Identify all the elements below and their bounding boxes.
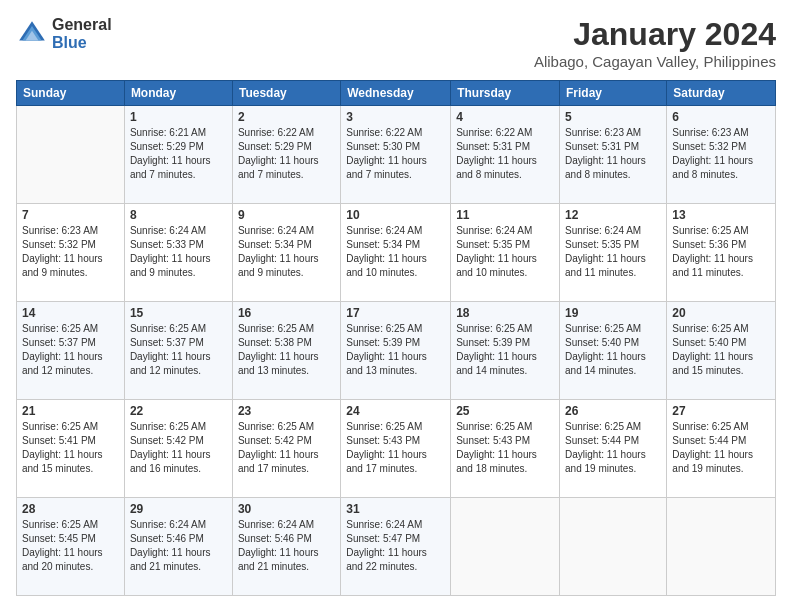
day-number: 20: [672, 306, 770, 320]
week-row-2: 14Sunrise: 6:25 AMSunset: 5:37 PMDayligh…: [17, 302, 776, 400]
header-tuesday: Tuesday: [232, 81, 340, 106]
day-info: Sunrise: 6:24 AMSunset: 5:35 PMDaylight:…: [456, 224, 554, 280]
calendar-cell: [560, 498, 667, 596]
header-sunday: Sunday: [17, 81, 125, 106]
calendar-cell: 28Sunrise: 6:25 AMSunset: 5:45 PMDayligh…: [17, 498, 125, 596]
day-info: Sunrise: 6:25 AMSunset: 5:37 PMDaylight:…: [22, 322, 119, 378]
day-info: Sunrise: 6:25 AMSunset: 5:43 PMDaylight:…: [456, 420, 554, 476]
day-number: 23: [238, 404, 335, 418]
calendar-cell: 7Sunrise: 6:23 AMSunset: 5:32 PMDaylight…: [17, 204, 125, 302]
header-wednesday: Wednesday: [341, 81, 451, 106]
calendar-cell: [17, 106, 125, 204]
calendar-cell: 20Sunrise: 6:25 AMSunset: 5:40 PMDayligh…: [667, 302, 776, 400]
day-number: 18: [456, 306, 554, 320]
day-number: 24: [346, 404, 445, 418]
day-info: Sunrise: 6:22 AMSunset: 5:29 PMDaylight:…: [238, 126, 335, 182]
calendar-cell: 26Sunrise: 6:25 AMSunset: 5:44 PMDayligh…: [560, 400, 667, 498]
day-info: Sunrise: 6:24 AMSunset: 5:47 PMDaylight:…: [346, 518, 445, 574]
day-number: 6: [672, 110, 770, 124]
page: General Blue January 2024 Alibago, Cagay…: [0, 0, 792, 612]
calendar-cell: 18Sunrise: 6:25 AMSunset: 5:39 PMDayligh…: [451, 302, 560, 400]
day-info: Sunrise: 6:25 AMSunset: 5:42 PMDaylight:…: [130, 420, 227, 476]
calendar-cell: 9Sunrise: 6:24 AMSunset: 5:34 PMDaylight…: [232, 204, 340, 302]
day-number: 14: [22, 306, 119, 320]
day-number: 28: [22, 502, 119, 516]
logo-icon: [16, 18, 48, 50]
day-info: Sunrise: 6:25 AMSunset: 5:43 PMDaylight:…: [346, 420, 445, 476]
day-info: Sunrise: 6:25 AMSunset: 5:40 PMDaylight:…: [565, 322, 661, 378]
calendar-cell: 10Sunrise: 6:24 AMSunset: 5:34 PMDayligh…: [341, 204, 451, 302]
calendar-cell: 30Sunrise: 6:24 AMSunset: 5:46 PMDayligh…: [232, 498, 340, 596]
title-block: January 2024 Alibago, Cagayan Valley, Ph…: [534, 16, 776, 70]
header-friday: Friday: [560, 81, 667, 106]
calendar-cell: 27Sunrise: 6:25 AMSunset: 5:44 PMDayligh…: [667, 400, 776, 498]
calendar-cell: 6Sunrise: 6:23 AMSunset: 5:32 PMDaylight…: [667, 106, 776, 204]
day-info: Sunrise: 6:25 AMSunset: 5:39 PMDaylight:…: [346, 322, 445, 378]
weekday-header-row: Sunday Monday Tuesday Wednesday Thursday…: [17, 81, 776, 106]
calendar-cell: 15Sunrise: 6:25 AMSunset: 5:37 PMDayligh…: [124, 302, 232, 400]
main-title: January 2024: [534, 16, 776, 53]
day-info: Sunrise: 6:25 AMSunset: 5:45 PMDaylight:…: [22, 518, 119, 574]
header: General Blue January 2024 Alibago, Cagay…: [16, 16, 776, 70]
day-number: 12: [565, 208, 661, 222]
day-number: 9: [238, 208, 335, 222]
day-info: Sunrise: 6:22 AMSunset: 5:30 PMDaylight:…: [346, 126, 445, 182]
day-number: 29: [130, 502, 227, 516]
calendar-cell: 14Sunrise: 6:25 AMSunset: 5:37 PMDayligh…: [17, 302, 125, 400]
day-info: Sunrise: 6:25 AMSunset: 5:39 PMDaylight:…: [456, 322, 554, 378]
day-number: 21: [22, 404, 119, 418]
day-number: 22: [130, 404, 227, 418]
calendar-cell: 4Sunrise: 6:22 AMSunset: 5:31 PMDaylight…: [451, 106, 560, 204]
calendar-cell: 25Sunrise: 6:25 AMSunset: 5:43 PMDayligh…: [451, 400, 560, 498]
day-info: Sunrise: 6:21 AMSunset: 5:29 PMDaylight:…: [130, 126, 227, 182]
day-number: 13: [672, 208, 770, 222]
day-number: 4: [456, 110, 554, 124]
week-row-0: 1Sunrise: 6:21 AMSunset: 5:29 PMDaylight…: [17, 106, 776, 204]
header-saturday: Saturday: [667, 81, 776, 106]
day-number: 16: [238, 306, 335, 320]
day-info: Sunrise: 6:23 AMSunset: 5:32 PMDaylight:…: [672, 126, 770, 182]
day-number: 1: [130, 110, 227, 124]
week-row-4: 28Sunrise: 6:25 AMSunset: 5:45 PMDayligh…: [17, 498, 776, 596]
logo-text: General Blue: [52, 16, 112, 51]
calendar-cell: 8Sunrise: 6:24 AMSunset: 5:33 PMDaylight…: [124, 204, 232, 302]
day-number: 11: [456, 208, 554, 222]
week-row-1: 7Sunrise: 6:23 AMSunset: 5:32 PMDaylight…: [17, 204, 776, 302]
day-number: 17: [346, 306, 445, 320]
calendar-cell: 16Sunrise: 6:25 AMSunset: 5:38 PMDayligh…: [232, 302, 340, 400]
calendar-cell: 2Sunrise: 6:22 AMSunset: 5:29 PMDaylight…: [232, 106, 340, 204]
day-number: 7: [22, 208, 119, 222]
calendar-cell: 22Sunrise: 6:25 AMSunset: 5:42 PMDayligh…: [124, 400, 232, 498]
day-number: 27: [672, 404, 770, 418]
day-info: Sunrise: 6:25 AMSunset: 5:40 PMDaylight:…: [672, 322, 770, 378]
calendar-cell: 31Sunrise: 6:24 AMSunset: 5:47 PMDayligh…: [341, 498, 451, 596]
day-info: Sunrise: 6:24 AMSunset: 5:34 PMDaylight:…: [346, 224, 445, 280]
day-info: Sunrise: 6:24 AMSunset: 5:46 PMDaylight:…: [130, 518, 227, 574]
day-number: 3: [346, 110, 445, 124]
day-number: 19: [565, 306, 661, 320]
day-number: 5: [565, 110, 661, 124]
day-number: 8: [130, 208, 227, 222]
logo-general-text: General: [52, 16, 112, 34]
day-info: Sunrise: 6:25 AMSunset: 5:44 PMDaylight:…: [672, 420, 770, 476]
calendar-cell: [451, 498, 560, 596]
day-number: 25: [456, 404, 554, 418]
subtitle: Alibago, Cagayan Valley, Philippines: [534, 53, 776, 70]
calendar-cell: 23Sunrise: 6:25 AMSunset: 5:42 PMDayligh…: [232, 400, 340, 498]
day-number: 31: [346, 502, 445, 516]
calendar-cell: 1Sunrise: 6:21 AMSunset: 5:29 PMDaylight…: [124, 106, 232, 204]
calendar-cell: 5Sunrise: 6:23 AMSunset: 5:31 PMDaylight…: [560, 106, 667, 204]
calendar-cell: 3Sunrise: 6:22 AMSunset: 5:30 PMDaylight…: [341, 106, 451, 204]
day-number: 15: [130, 306, 227, 320]
day-info: Sunrise: 6:22 AMSunset: 5:31 PMDaylight:…: [456, 126, 554, 182]
day-info: Sunrise: 6:25 AMSunset: 5:44 PMDaylight:…: [565, 420, 661, 476]
day-info: Sunrise: 6:25 AMSunset: 5:37 PMDaylight:…: [130, 322, 227, 378]
day-info: Sunrise: 6:25 AMSunset: 5:38 PMDaylight:…: [238, 322, 335, 378]
logo: General Blue: [16, 16, 112, 51]
calendar-cell: 12Sunrise: 6:24 AMSunset: 5:35 PMDayligh…: [560, 204, 667, 302]
calendar-cell: 13Sunrise: 6:25 AMSunset: 5:36 PMDayligh…: [667, 204, 776, 302]
day-info: Sunrise: 6:24 AMSunset: 5:35 PMDaylight:…: [565, 224, 661, 280]
logo-blue-text: Blue: [52, 34, 112, 52]
header-monday: Monday: [124, 81, 232, 106]
day-info: Sunrise: 6:25 AMSunset: 5:41 PMDaylight:…: [22, 420, 119, 476]
